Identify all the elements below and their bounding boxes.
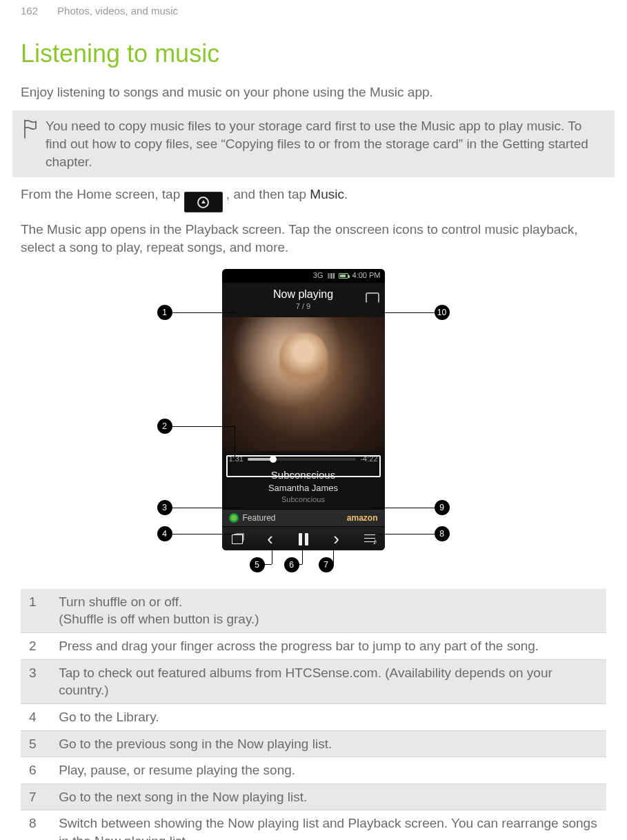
time-elapsed: 1:31 <box>229 454 243 464</box>
callout-2: 2 <box>157 419 172 434</box>
callout-3: 3 <box>157 500 172 515</box>
step-paragraph: From the Home screen, tap , and then tap… <box>21 186 606 212</box>
play-pause-button[interactable] <box>295 531 312 548</box>
legend-row: 7Go to the next song in the Now playing … <box>21 783 606 810</box>
note-text: You need to copy music files to your sto… <box>46 117 605 170</box>
flag-icon <box>22 119 39 170</box>
legend-row: 1Turn shuffle on or off.(Shuffle is off … <box>21 589 606 633</box>
now-playing-title: Now playing <box>273 287 333 302</box>
legend-row: 2Press and drag your finger across the p… <box>21 632 606 659</box>
now-playing-header: Now playing 7 / 9 <box>222 283 385 317</box>
callout-4: 4 <box>157 526 172 541</box>
callout-1: 1 <box>157 305 172 320</box>
album-art <box>222 317 385 451</box>
callout-6: 6 <box>284 557 299 572</box>
page-number: 162 <box>21 4 38 18</box>
track-title: Subconscious <box>222 468 385 482</box>
legend-row: 6Play, pause, or resume playing the song… <box>21 757 606 784</box>
description-paragraph: The Music app opens in the Playback scre… <box>21 221 606 256</box>
track-count: 7 / 9 <box>296 301 310 312</box>
legend-table: 1Turn shuffle on or off.(Shuffle is off … <box>21 589 606 840</box>
artist-name: Samantha James <box>222 482 385 494</box>
featured-button[interactable]: Featured <box>243 512 276 523</box>
previous-button[interactable]: ‹ <box>262 531 279 548</box>
status-bar: 3G 4:00 PM <box>222 269 385 283</box>
legend-row: 8Switch between showing the Now playing … <box>21 810 606 840</box>
battery-icon <box>339 273 348 279</box>
repeat-icon[interactable] <box>366 292 379 303</box>
section-title: Photos, videos, and music <box>57 4 178 18</box>
intro-text: Enjoy listening to songs and music on yo… <box>21 83 606 101</box>
legend-row: 5Go to the previous song in the Now play… <box>21 730 606 757</box>
amazon-button[interactable]: amazon <box>347 512 378 523</box>
playlist-button[interactable] <box>361 531 378 548</box>
progress-bar[interactable]: 1:31 -4:22 <box>222 451 385 466</box>
all-apps-icon <box>184 192 223 212</box>
clock: 4:00 PM <box>352 270 381 281</box>
legend-row: 4Go to the Library. <box>21 703 606 730</box>
callout-9: 9 <box>435 500 450 515</box>
legend-row: 3Tap to check out featured albums from H… <box>21 659 606 703</box>
page-header: 162 Photos, videos, and music <box>21 4 606 18</box>
music-link: Music <box>310 187 344 201</box>
store-row: Featured amazon <box>222 509 385 527</box>
playback-controls: ‹ › <box>222 527 385 550</box>
callout-10: 10 <box>435 305 450 320</box>
callout-8: 8 <box>435 526 450 541</box>
signal-icon <box>328 273 335 279</box>
screenshot-figure: 3G 4:00 PM Now playing 7 / 9 1:31 -4:22 … <box>131 269 497 572</box>
phone-screenshot: 3G 4:00 PM Now playing 7 / 9 1:31 -4:22 … <box>222 269 385 550</box>
page-title: Listening to music <box>21 37 606 71</box>
callout-5: 5 <box>250 557 265 572</box>
htc-logo-icon <box>229 513 239 523</box>
album-name: Subconcious <box>222 494 385 505</box>
next-button[interactable]: › <box>328 531 345 548</box>
time-remaining: -4:22 <box>360 454 377 464</box>
callout-7: 7 <box>319 557 334 572</box>
note-callout: You need to copy music files to your sto… <box>12 110 615 177</box>
